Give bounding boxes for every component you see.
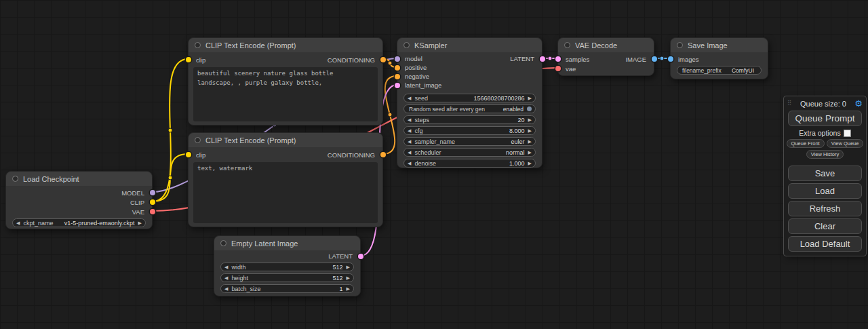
clip-input-dot[interactable] [186,152,191,157]
model-output-dot[interactable] [150,190,155,195]
load-default-button[interactable]: Load Default [788,236,862,252]
random-seed-toggle-widget[interactable]: Random seed after every gen enabled [403,104,536,113]
increment-arrow-icon[interactable]: ▶ [347,286,350,291]
sampler-name-widget[interactable]: ◀ sampler_name euler ▶ [403,137,536,146]
increment-arrow-icon[interactable]: ▶ [528,117,532,122]
node-title-bar[interactable]: Save Image [671,38,768,52]
load-button[interactable]: Load [788,183,862,199]
comfy-menu-panel[interactable]: ⠿ Queue size: 0 ⚙ Queue Prompt Extra opt… [783,96,867,256]
clear-button[interactable]: Clear [788,218,862,234]
width-widget[interactable]: ◀ width 512 ▶ [220,263,354,271]
queue-prompt-button[interactable]: Queue Prompt [788,111,862,126]
decrement-arrow-icon[interactable]: ◀ [408,128,411,133]
toggle-indicator-icon[interactable] [527,107,532,111]
view-history-button[interactable]: View History [806,150,844,159]
clip-input-dot[interactable] [186,57,191,62]
node-title: Load Checkpoint [23,175,79,183]
image-output-dot[interactable] [652,56,657,62]
increment-arrow-icon[interactable]: ▶ [528,96,532,100]
node-title: CLIP Text Encode (Prompt) [205,136,296,144]
slot-row-vae: vae [558,64,654,73]
increment-arrow-icon[interactable]: ▶ [347,275,350,280]
collapse-icon[interactable] [195,42,201,48]
increment-arrow-icon[interactable]: ▶ [528,139,532,144]
refresh-button[interactable]: Refresh [788,201,862,216]
increment-arrow-icon[interactable]: ▶ [138,220,142,225]
samples-input-dot[interactable] [555,56,561,62]
filename-prefix-widget[interactable]: filename_prefix ComfyUI [677,66,762,75]
decrement-arrow-icon[interactable]: ◀ [16,220,20,225]
node-title-bar[interactable]: CLIP Text Encode (Prompt) [189,133,382,147]
ckpt-name-widget[interactable]: ◀ ckpt_name v1-5-pruned-emaonly.ckpt ▶ [12,218,146,227]
node-title-bar[interactable]: VAE Decode [558,38,654,52]
latent-output-dot[interactable] [540,56,545,62]
node-save-image[interactable]: Save Image images filename_prefix ComfyU… [670,37,768,79]
steps-widget[interactable]: ◀ steps 20 ▶ [403,115,536,124]
extra-options-checkbox[interactable] [844,130,851,137]
queue-front-button[interactable]: Queue Front [787,139,825,148]
node-title: CLIP Text Encode (Prompt) [205,41,296,50]
increment-arrow-icon[interactable]: ▶ [528,128,532,133]
collapse-icon[interactable] [403,42,410,48]
link-midpoint-cond2 [388,113,392,117]
prompt-textarea[interactable]: beautiful scenery nature glass bottle la… [193,67,378,121]
collapse-icon[interactable] [564,42,570,48]
slot-row-model-latent: model LATENT [397,54,542,63]
node-load-checkpoint[interactable]: Load Checkpoint MODEL CLIP VAE ◀ ckpt_na… [5,171,153,229]
increment-arrow-icon[interactable]: ▶ [528,161,532,166]
vae-input-dot[interactable] [555,66,561,71]
vae-output-dot[interactable] [150,209,155,214]
node-title: Empty Latent Image [231,239,298,248]
height-widget[interactable]: ◀ height 512 ▶ [220,273,354,282]
decrement-arrow-icon[interactable]: ◀ [408,139,411,144]
node-clip-text-encode-negative[interactable]: CLIP Text Encode (Prompt) clip CONDITION… [188,132,383,227]
node-empty-latent-image[interactable]: Empty Latent Image LATENT ◀ width 512 ▶ … [214,235,361,296]
clip-output-dot[interactable] [150,199,155,205]
node-title-bar[interactable]: KSampler [397,38,542,52]
cfg-widget[interactable]: ◀ cfg 8.000 ▶ [403,126,536,135]
node-graph-canvas[interactable]: Load Checkpoint MODEL CLIP VAE ◀ ckpt_na… [0,0,868,329]
conditioning-output-dot[interactable] [380,57,386,62]
collapse-icon[interactable] [220,240,226,246]
model-input-dot[interactable] [395,56,400,62]
node-title-bar[interactable]: CLIP Text Encode (Prompt) [189,38,382,52]
queue-size-label: Queue size: 0 [792,100,855,108]
collapse-icon[interactable] [677,42,683,48]
decrement-arrow-icon[interactable]: ◀ [224,265,228,269]
settings-gear-icon[interactable]: ⚙ [854,99,863,108]
decrement-arrow-icon[interactable]: ◀ [408,150,411,155]
decrement-arrow-icon[interactable]: ◀ [224,286,228,291]
link-midpoint-image [660,56,664,60]
node-title-bar[interactable]: Empty Latent Image [214,236,360,250]
conditioning-output-dot[interactable] [380,152,386,157]
slot-row-samples-image: samples IMAGE [558,54,654,64]
denoise-widget[interactable]: ◀ denoise 1.000 ▶ [403,159,536,168]
batch-size-widget[interactable]: ◀ batch_size 1 ▶ [220,284,354,293]
decrement-arrow-icon[interactable]: ◀ [224,275,228,280]
negative-input-dot[interactable] [395,74,400,79]
decrement-arrow-icon[interactable]: ◀ [408,96,411,100]
latent-image-input-dot[interactable] [395,83,400,88]
scheduler-widget[interactable]: ◀ scheduler normal ▶ [403,148,536,157]
seed-widget[interactable]: ◀ seed 156680208700286 ▶ [403,94,536,102]
drag-handle-icon[interactable]: ⠿ [787,100,792,107]
view-queue-button[interactable]: View Queue [827,139,864,148]
slot-row-images: images [671,54,768,64]
collapse-icon[interactable] [12,176,18,182]
node-clip-text-encode-positive[interactable]: CLIP Text Encode (Prompt) clip CONDITION… [188,37,383,125]
node-title: KSampler [414,41,447,50]
positive-input-dot[interactable] [395,65,400,71]
node-title: Save Image [688,41,728,50]
images-input-dot[interactable] [668,56,673,62]
decrement-arrow-icon[interactable]: ◀ [408,161,411,166]
node-title-bar[interactable]: Load Checkpoint [6,172,152,186]
increment-arrow-icon[interactable]: ▶ [528,150,532,155]
node-ksampler[interactable]: KSampler model LATENT positive negative … [397,37,542,168]
latent-output-dot[interactable] [358,254,363,259]
decrement-arrow-icon[interactable]: ◀ [408,117,411,122]
save-button[interactable]: Save [788,166,862,181]
increment-arrow-icon[interactable]: ▶ [347,265,350,269]
collapse-icon[interactable] [195,137,201,143]
node-vae-decode[interactable]: VAE Decode samples IMAGE vae [557,37,654,76]
prompt-textarea[interactable]: text, watermark [193,162,378,223]
